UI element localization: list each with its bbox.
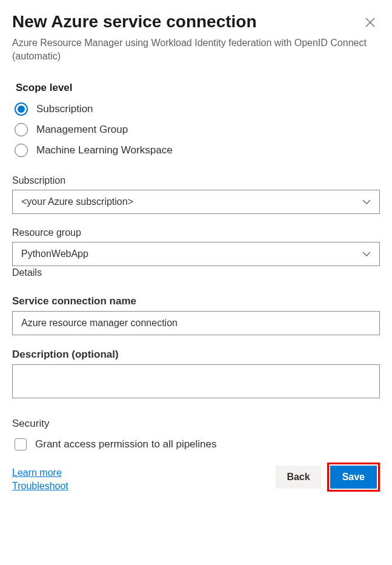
radio-management-group[interactable]: Management Group — [12, 123, 380, 136]
radio-label-ml-workspace: Machine Learning Workspace — [36, 144, 173, 156]
radio-subscription[interactable]: Subscription — [12, 102, 380, 116]
close-icon — [365, 18, 375, 27]
chevron-down-icon — [362, 249, 371, 259]
security-heading: Security — [12, 418, 380, 430]
save-button-highlight: Save — [327, 463, 380, 492]
back-button[interactable]: Back — [276, 466, 321, 489]
grant-access-label: Grant access permission to all pipelines — [35, 438, 217, 450]
details-hint: Details — [12, 267, 380, 278]
radio-icon — [15, 102, 28, 116]
resource-group-dropdown[interactable]: PythonWebApp — [12, 242, 380, 266]
learn-more-link[interactable]: Learn more — [12, 467, 68, 478]
chevron-down-icon — [362, 196, 371, 207]
description-textarea[interactable] — [12, 364, 380, 398]
troubleshoot-link[interactable]: Troubleshoot — [12, 481, 68, 492]
connection-name-label: Service connection name — [12, 295, 380, 307]
resource-group-label: Resource group — [12, 227, 380, 238]
save-button[interactable]: Save — [330, 466, 377, 489]
radio-label-management-group: Management Group — [36, 124, 128, 136]
resource-group-value: PythonWebApp — [21, 249, 88, 259]
subscription-label: Subscription — [12, 175, 380, 186]
close-button[interactable] — [360, 12, 380, 34]
subscription-dropdown[interactable]: <your Azure subscription> — [12, 190, 380, 214]
radio-icon — [15, 144, 28, 157]
subscription-value: <your Azure subscription> — [21, 196, 133, 207]
dialog-subtitle: Azure Resource Manager using Workload Id… — [12, 36, 380, 64]
radio-icon — [15, 123, 28, 136]
grant-access-checkbox[interactable] — [15, 438, 27, 450]
radio-ml-workspace[interactable]: Machine Learning Workspace — [12, 144, 380, 157]
dialog-title: New Azure service connection — [12, 12, 257, 32]
description-label: Description (optional) — [12, 349, 380, 361]
radio-label-subscription: Subscription — [36, 103, 93, 115]
connection-name-input[interactable] — [12, 311, 380, 335]
scope-radio-group: Subscription Management Group Machine Le… — [12, 102, 380, 157]
scope-level-label: Scope level — [16, 82, 380, 94]
